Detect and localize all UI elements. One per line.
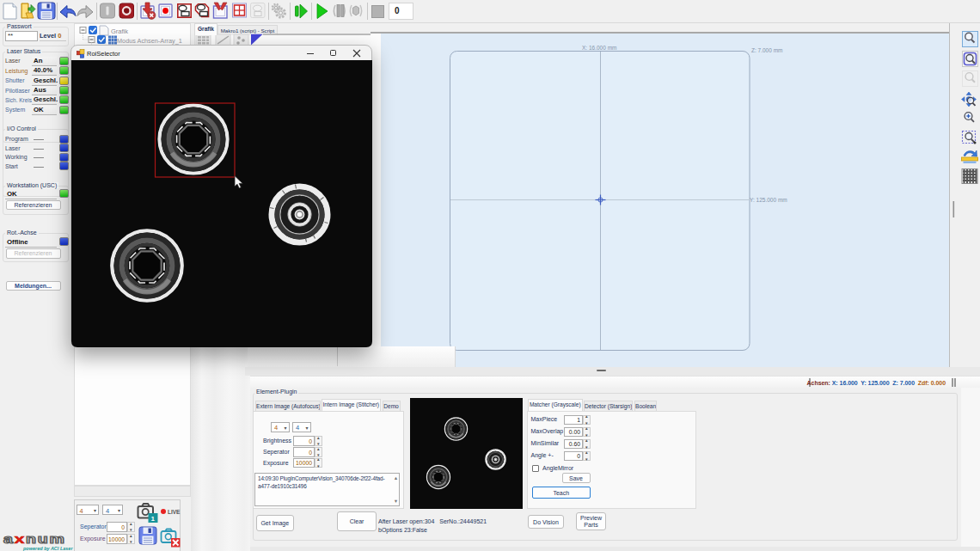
svg-text:Modus Achsen-Array_1: Modus Achsen-Array_1 xyxy=(117,37,182,45)
svg-text:X: 16.000 mm: X: 16.000 mm xyxy=(582,45,616,51)
svg-text:Grafik: Grafik xyxy=(111,28,128,35)
svg-text:Y: 125.000 mm: Y: 125.000 mm xyxy=(750,197,787,203)
svg-text:1: 1 xyxy=(151,515,156,523)
svg-text:x: x xyxy=(14,531,25,546)
svg-text:powered by ACI Laser: powered by ACI Laser xyxy=(22,546,73,551)
svg-text:num: num xyxy=(26,533,66,546)
svg-text:Z: 7.000 mm: Z: 7.000 mm xyxy=(751,47,782,53)
svg-text:a: a xyxy=(3,533,15,546)
svg-text:LIVE: LIVE xyxy=(168,509,181,515)
